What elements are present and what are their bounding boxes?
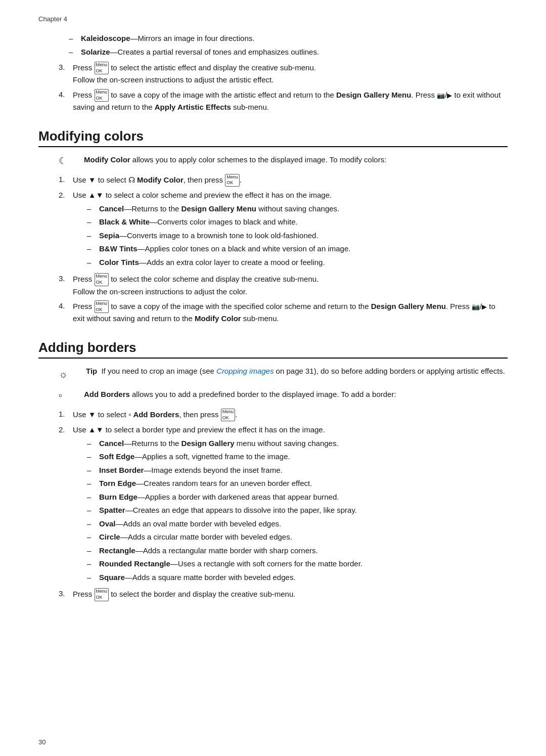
ab-step-2-text: Use ▲▼ to select a border type and previ… <box>73 425 325 434</box>
add-borders-text: Add Borders allows you to add a predefin… <box>84 389 396 403</box>
ab-sub-oval: – Oval—Adds an oval matte border with be… <box>87 518 362 530</box>
mc-sub-sepia: – Sepia—Converts image to a brownish ton… <box>87 230 350 242</box>
ab-sub-tornedge: – Torn Edge—Creates random tears for an … <box>87 478 362 490</box>
mc-sub-cancel: – Cancel—Returns to the Design Gallery M… <box>87 203 350 215</box>
camera-icon: 📷 <box>437 92 445 99</box>
mc-step-1-text: Use ▼ to select ☊ Modify Color, then pre… <box>73 174 242 187</box>
ab-sub-softedge: – Soft Edge—Applies a soft, vignetted fr… <box>87 451 362 463</box>
mc-sub-colortints: – Color Tints—Adds an extra color layer … <box>87 257 350 269</box>
ab-sub-rectangle: – Rectangle—Adds a rectangular matte bor… <box>87 545 362 557</box>
menu-key-2: MenuOK <box>95 89 109 102</box>
menu-key-mc1: MenuOK <box>225 174 240 187</box>
solarize-text: Solarize—Creates a partial reversal of t… <box>81 47 319 58</box>
mc-step-3: 3. Press MenuOK to select the color sche… <box>59 273 508 297</box>
ab-sub-circle: – Circle—Adds a circular matte border wi… <box>87 531 362 543</box>
intro-step-4-text: Press MenuOK to save a copy of the image… <box>73 89 508 113</box>
mc-sub-bwtints: – B&W Tints—Applies color tones on a bla… <box>87 243 350 255</box>
modifying-colors-heading: Modifying colors <box>38 128 508 147</box>
ab-subitems: – Cancel—Returns to the Design Gallery m… <box>87 438 362 584</box>
mc-step-4-text: Press MenuOK to save a copy of the image… <box>73 300 508 325</box>
menu-key-ab1: MenuOK <box>221 409 236 421</box>
back-icon-2: ▶ <box>482 303 487 310</box>
ab-sub-insetborder: – Inset Border—Image extends beyond the … <box>87 465 362 476</box>
adding-borders-heading: Adding borders <box>38 340 508 359</box>
ab-step-3: 3. Press MenuOK to select the border and… <box>59 588 508 601</box>
mc-subitems: – Cancel—Returns to the Design Gallery M… <box>87 203 350 269</box>
mc-step-3-text: Press MenuOK to select the color scheme … <box>73 273 318 297</box>
ab-step-2: 2. Use ▲▼ to select a border type and pr… <box>59 424 508 585</box>
mc-sub-bw: – Black & White—Converts color images to… <box>87 216 350 228</box>
intro-step-4: 4. Press MenuOK to save a copy of the im… <box>59 89 508 113</box>
intro-bullets: – Kaleidoscope—Mirrors an image in four … <box>69 33 508 58</box>
modify-color-intro: ☾ Modify Color allows you to apply color… <box>59 154 508 168</box>
menu-key: MenuOK <box>95 62 109 74</box>
ab-step-1-text: Use ▼ to select ▫ Add Borders, then pres… <box>73 409 237 421</box>
ab-step-1: 1. Use ▼ to select ▫ Add Borders, then p… <box>59 409 508 421</box>
mc-step-2-text: Use ▲▼ to select a color scheme and prev… <box>73 191 332 199</box>
mc-step-2: 2. Use ▲▼ to select a color scheme and p… <box>59 190 508 270</box>
dash-icon-2: – <box>69 47 81 58</box>
tip-icon: ☼ <box>59 366 86 382</box>
ab-sub-roundedrect: – Rounded Rectangle—Uses a rectangle wit… <box>87 558 362 570</box>
ab-sub-spatter: – Spatter—Creates an edge that appears t… <box>87 505 362 516</box>
intro-step-3: 3. Press MenuOK to select the artistic e… <box>59 62 508 86</box>
chapter-label: Chapter 4 <box>38 15 508 23</box>
kaleidoscope-text: Kaleidoscope—Mirrors an image in four di… <box>81 33 254 45</box>
back-icon: ▶ <box>447 92 452 99</box>
border-icon: ▫ <box>59 389 84 403</box>
ab-step-3-text: Press MenuOK to select the border and di… <box>73 588 295 601</box>
intro-step-3-text: Press MenuOK to select the artistic effe… <box>73 62 316 86</box>
menu-key-mc3: MenuOK <box>95 273 109 286</box>
dash-item-solarize: – Solarize—Creates a partial reversal of… <box>69 47 508 58</box>
tip-block: ☼ Tip If you need to crop an image (see … <box>59 366 508 382</box>
ab-sub-square: – Square—Adds a square matte border with… <box>87 572 362 584</box>
ab-sub-cancel: – Cancel—Returns to the Design Gallery m… <box>87 438 362 450</box>
mc-step-2-content: Use ▲▼ to select a color scheme and prev… <box>73 190 350 270</box>
dash-item-kaleidoscope: – Kaleidoscope—Mirrors an image in four … <box>69 33 508 45</box>
modify-color-steps: 1. Use ▼ to select ☊ Modify Color, then … <box>59 174 508 325</box>
add-borders-steps: 1. Use ▼ to select ▫ Add Borders, then p… <box>59 409 508 601</box>
menu-key-mc4: MenuOK <box>95 300 109 313</box>
camera-icon-2: 📷 <box>472 303 480 310</box>
mc-step-4: 4. Press MenuOK to save a copy of the im… <box>59 300 508 325</box>
add-borders-intro: ▫ Add Borders allows you to add a predef… <box>59 389 508 403</box>
modify-color-text: Modify Color allows you to apply color s… <box>84 154 386 168</box>
dash-icon: – <box>69 33 81 45</box>
ab-sub-burnedge: – Burn Edge—Applies a border with darken… <box>87 492 362 503</box>
page-number: 30 <box>38 738 46 746</box>
ab-step-2-content: Use ▲▼ to select a border type and previ… <box>73 424 362 585</box>
intro-steps: 3. Press MenuOK to select the artistic e… <box>59 62 508 113</box>
menu-key-ab3: MenuOK <box>95 588 109 601</box>
cropping-link[interactable]: Cropping images <box>216 367 274 375</box>
tip-text: Tip If you need to crop an image (see Cr… <box>86 366 505 377</box>
mc-step-1: 1. Use ▼ to select ☊ Modify Color, then … <box>59 174 508 187</box>
color-icon: ☾ <box>59 154 84 168</box>
